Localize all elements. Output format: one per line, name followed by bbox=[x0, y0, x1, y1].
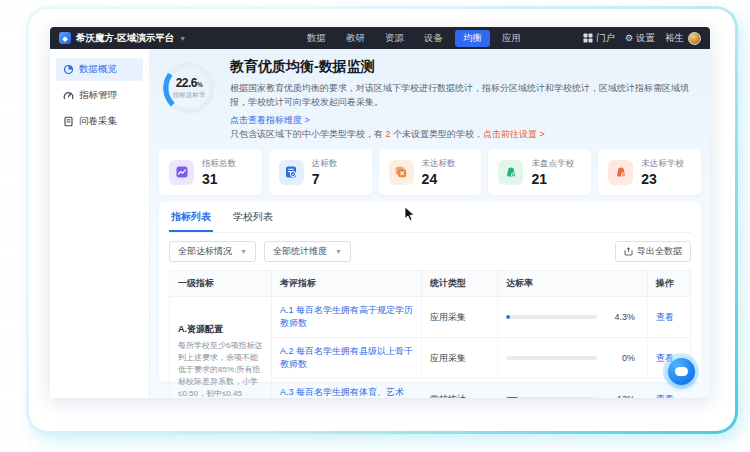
brand-name: 希沃魔方-区域演示平台 bbox=[76, 32, 174, 45]
export-all-data-button[interactable]: 导出全数据 bbox=[615, 241, 691, 262]
gauge-value: 22.6% bbox=[176, 76, 203, 90]
nav-item-resources[interactable]: 资源 bbox=[377, 30, 412, 47]
sidebar-item-label: 数据概览 bbox=[79, 63, 117, 76]
hero-description-line2: 只包含该区域下的中小学类型学校，有 2 个未设置类型的学校，点击前往设置 > bbox=[230, 127, 699, 141]
stat-value: 23 bbox=[641, 171, 684, 187]
nav-right-tools: 门户 ⚙ 设置 裕生 bbox=[583, 32, 701, 45]
rate-cell: 0% bbox=[498, 338, 648, 378]
export-icon bbox=[624, 247, 633, 256]
view-button[interactable]: 查看 bbox=[656, 311, 674, 324]
mouse-cursor bbox=[404, 206, 416, 222]
rate-value: 13% bbox=[605, 394, 635, 398]
gauge-text: 22.6% 指标达标率 bbox=[163, 62, 215, 114]
gauge-icon bbox=[63, 90, 74, 101]
stat-card-reached: 达标数7 bbox=[269, 149, 372, 195]
stat-type-cell: 学校统计 bbox=[422, 379, 498, 398]
stat-label: 未达标学校 bbox=[641, 158, 684, 170]
progress-bar-fill bbox=[506, 397, 518, 398]
stat-type-cell: 应用采集 bbox=[422, 297, 498, 337]
rate-cell: 4.3% bbox=[498, 297, 648, 337]
main-content: 22.6% 指标达标率 教育优质均衡-数据监测 根据国家教育优质均衡的要求，对该… bbox=[150, 49, 710, 398]
table-rows: A.1 每百名学生拥有高于规定学历教师数 应用采集 4.3% 查看 A.2 每百… bbox=[272, 297, 690, 398]
portal-label: 门户 bbox=[596, 32, 615, 45]
nav-item-research[interactable]: 教研 bbox=[338, 30, 373, 47]
col-header-evaluation-indicator: 考评指标 bbox=[272, 271, 422, 296]
view-indicator-dimension-link[interactable]: 点击查看指标维度 > bbox=[230, 115, 310, 125]
table-row: A.1 每百名学生拥有高于规定学历教师数 应用采集 4.3% 查看 bbox=[272, 297, 690, 338]
group-name: A.资源配置 bbox=[178, 323, 263, 336]
chevron-down-icon: ▼ bbox=[240, 248, 247, 255]
go-to-settings-link[interactable]: 点击前往设置 > bbox=[483, 129, 545, 139]
user-menu[interactable]: 裕生 bbox=[665, 32, 701, 45]
gauge-label: 指标达标率 bbox=[173, 91, 206, 100]
gear-icon: ⚙ bbox=[625, 34, 633, 43]
pie-chart-icon bbox=[63, 64, 74, 75]
stat-label: 未盘点学校 bbox=[531, 158, 574, 170]
sidebar-item-survey-collection[interactable]: 问卷采集 bbox=[56, 110, 143, 133]
app-body: 数据概览 指标管理 问卷采集 bbox=[50, 49, 710, 398]
view-button[interactable]: 查看 bbox=[656, 393, 674, 399]
settings-button[interactable]: ⚙ 设置 bbox=[625, 32, 655, 45]
status-filter-value: 全部达标情况 bbox=[178, 245, 232, 258]
nav-item-devices[interactable]: 设备 bbox=[416, 30, 451, 47]
col-header-stat-type: 统计类型 bbox=[422, 271, 498, 296]
dimension-filter-value: 全部统计维度 bbox=[273, 245, 327, 258]
dimension-filter-select[interactable]: 全部统计维度 ▼ bbox=[264, 241, 351, 262]
data-panel: 指标列表 学校列表 全部达标情况 ▼ 全部统计维度 ▼ bbox=[159, 202, 701, 382]
indicator-group-cell: A.资源配置 每所学校至少6项指标达到上述要求，余项不能低于要求的85%;所有指… bbox=[170, 297, 272, 398]
indicator-link[interactable]: A.1 每百名学生拥有高于规定学历教师数 bbox=[280, 304, 413, 330]
chevron-down-icon: ▼ bbox=[179, 35, 186, 42]
progress-bar bbox=[506, 315, 597, 319]
compliance-gauge: 22.6% 指标达标率 bbox=[163, 62, 215, 114]
stat-value: 31 bbox=[202, 171, 236, 187]
indicator-link[interactable]: A.2 每百名学生拥有县级以上骨干教师数 bbox=[280, 345, 413, 371]
nav-item-apps[interactable]: 应用 bbox=[494, 30, 529, 47]
desc2-post: 个未设置类型的学校， bbox=[391, 129, 484, 139]
progress-bar bbox=[506, 356, 597, 360]
stat-type-cell: 应用采集 bbox=[422, 338, 498, 378]
hero-description-line1: 根据国家教育优质均衡的要求，对该区域下学校进行数据统计，指标分区域统计和学校统计… bbox=[230, 81, 699, 109]
nav-item-balance[interactable]: 均衡 bbox=[455, 30, 490, 47]
hero-section: 22.6% 指标达标率 教育优质均衡-数据监测 根据国家教育优质均衡的要求，对该… bbox=[157, 56, 703, 147]
brand-logo-icon: ◆ bbox=[59, 32, 71, 44]
rate-value: 0% bbox=[605, 353, 635, 363]
unchecked-school-icon bbox=[498, 160, 523, 185]
col-header-compliance-rate: 达标率 bbox=[498, 271, 648, 296]
col-header-level1-indicator: 一级指标 bbox=[170, 271, 272, 296]
user-name: 裕生 bbox=[665, 32, 684, 45]
chat-bubble-icon bbox=[668, 358, 695, 385]
reached-icon bbox=[279, 160, 304, 185]
tab-indicator-list[interactable]: 指标列表 bbox=[169, 202, 213, 232]
brand[interactable]: ◆ 希沃魔方-区域演示平台 ▼ bbox=[59, 32, 186, 45]
portal-button[interactable]: 门户 bbox=[583, 32, 615, 45]
sidebar-item-data-overview[interactable]: 数据概览 bbox=[56, 58, 143, 81]
sidebar-item-label: 问卷采集 bbox=[79, 115, 117, 128]
rate-cell: 13% bbox=[498, 379, 648, 398]
stat-card-unchecked-schools: 未盘点学校21 bbox=[488, 149, 591, 195]
document-icon bbox=[63, 116, 74, 127]
nav-item-data[interactable]: 数据 bbox=[299, 30, 334, 47]
indicator-link[interactable]: A.3 每百名学生拥有体育、艺术（美术、音乐）专任教师数 bbox=[280, 386, 413, 398]
indicator-total-icon bbox=[169, 160, 194, 185]
panel-tabs: 指标列表 学校列表 bbox=[169, 202, 691, 233]
stat-value: 21 bbox=[531, 171, 574, 187]
filter-bar: 全部达标情况 ▼ 全部统计维度 ▼ 导出全数据 bbox=[169, 241, 691, 262]
stat-value: 24 bbox=[422, 171, 456, 187]
sidebar: 数据概览 指标管理 问卷采集 bbox=[50, 49, 150, 398]
user-avatar bbox=[688, 32, 701, 45]
sidebar-item-label: 指标管理 bbox=[79, 89, 117, 102]
group-note: 每所学校至少6项指标达到上述要求，余项不能低于要求的85%;所有指标校际差异系数… bbox=[178, 340, 263, 398]
rate-value: 4.3% bbox=[605, 312, 635, 322]
progress-bar-fill bbox=[506, 315, 510, 319]
sidebar-item-indicator-management[interactable]: 指标管理 bbox=[56, 84, 143, 107]
col-header-actions: 操作 bbox=[648, 271, 690, 296]
chat-fab-button[interactable] bbox=[663, 353, 699, 389]
top-navbar: ◆ 希沃魔方-区域演示平台 ▼ 数据 教研 资源 设备 均衡 应用 门户 bbox=[50, 27, 710, 49]
stat-cards: 指标总数31 达标数7 未达标数24 bbox=[159, 149, 701, 195]
tab-school-list[interactable]: 学校列表 bbox=[231, 202, 275, 232]
hero-text: 教育优质均衡-数据监测 根据国家教育优质均衡的要求，对该区域下学校进行数据统计，… bbox=[230, 58, 699, 141]
nav-menu: 数据 教研 资源 设备 均衡 应用 bbox=[299, 30, 529, 47]
status-filter-select[interactable]: 全部达标情况 ▼ bbox=[169, 241, 256, 262]
failed-school-icon bbox=[608, 160, 633, 185]
page-title: 教育优质均衡-数据监测 bbox=[230, 58, 699, 76]
